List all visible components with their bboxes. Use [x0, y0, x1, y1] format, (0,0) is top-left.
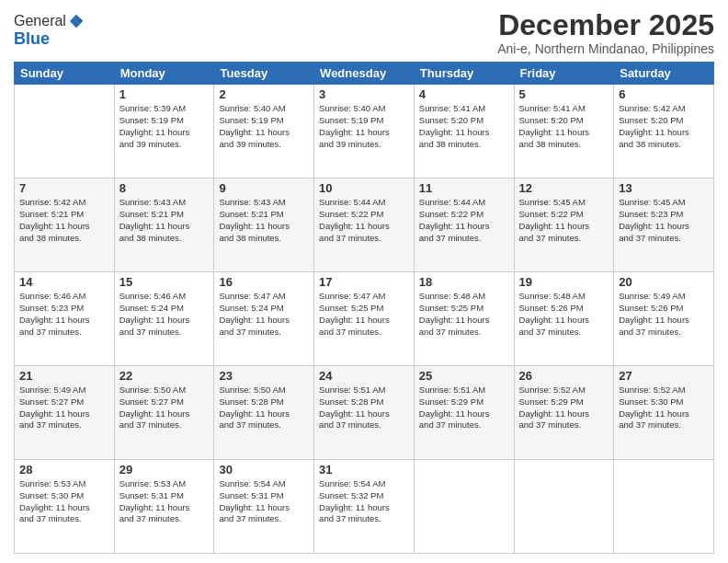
day-number: 12	[519, 181, 609, 195]
calendar-cell	[514, 460, 614, 554]
calendar-cell: 1Sunrise: 5:39 AMSunset: 5:19 PMDaylight…	[114, 85, 214, 178]
day-info: Sunrise: 5:45 AMSunset: 5:23 PMDaylight:…	[619, 197, 709, 244]
day-info: Sunrise: 5:42 AMSunset: 5:21 PMDaylight:…	[19, 197, 109, 244]
day-number: 8	[119, 181, 210, 195]
day-info: Sunrise: 5:45 AMSunset: 5:22 PMDaylight:…	[519, 197, 609, 244]
logo-text: General Blue	[14, 13, 85, 49]
day-info: Sunrise: 5:40 AMSunset: 5:19 PMDaylight:…	[219, 103, 309, 150]
logo-icon	[68, 13, 85, 29]
day-number: 22	[119, 369, 210, 383]
calendar-cell: 26Sunrise: 5:52 AMSunset: 5:29 PMDayligh…	[514, 366, 614, 460]
calendar-cell: 19Sunrise: 5:48 AMSunset: 5:26 PMDayligh…	[514, 272, 614, 366]
day-info: Sunrise: 5:49 AMSunset: 5:27 PMDaylight:…	[19, 385, 109, 431]
calendar-cell: 27Sunrise: 5:52 AMSunset: 5:30 PMDayligh…	[614, 366, 714, 460]
day-number: 17	[319, 275, 409, 289]
logo-blue: Blue	[14, 29, 85, 49]
day-number: 19	[519, 275, 609, 289]
calendar-week-3: 14Sunrise: 5:46 AMSunset: 5:23 PMDayligh…	[15, 272, 714, 366]
day-info: Sunrise: 5:50 AMSunset: 5:27 PMDaylight:…	[119, 385, 210, 431]
calendar-cell: 14Sunrise: 5:46 AMSunset: 5:23 PMDayligh…	[15, 272, 115, 366]
day-number: 5	[519, 87, 609, 101]
day-info: Sunrise: 5:54 AMSunset: 5:32 PMDaylight:…	[319, 478, 409, 525]
calendar-cell: 23Sunrise: 5:50 AMSunset: 5:28 PMDayligh…	[214, 366, 314, 460]
calendar-cell: 29Sunrise: 5:53 AMSunset: 5:31 PMDayligh…	[114, 460, 214, 554]
day-number: 6	[619, 87, 709, 101]
day-info: Sunrise: 5:47 AMSunset: 5:25 PMDaylight:…	[319, 291, 409, 338]
calendar-cell: 4Sunrise: 5:41 AMSunset: 5:20 PMDaylight…	[414, 85, 514, 178]
calendar-cell: 31Sunrise: 5:54 AMSunset: 5:32 PMDayligh…	[314, 460, 415, 554]
day-number: 1	[119, 87, 210, 101]
weekday-header-row: SundayMondayTuesdayWednesdayThursdayFrid…	[15, 63, 714, 85]
day-number: 28	[19, 463, 109, 477]
calendar-cell: 18Sunrise: 5:48 AMSunset: 5:25 PMDayligh…	[414, 272, 514, 366]
day-info: Sunrise: 5:46 AMSunset: 5:24 PMDaylight:…	[119, 291, 210, 338]
location-subtitle: Ani-e, Northern Mindanao, Philippines	[497, 41, 714, 56]
weekday-header-thursday: Thursday	[414, 63, 514, 85]
day-number: 13	[619, 181, 709, 195]
calendar-week-4: 21Sunrise: 5:49 AMSunset: 5:27 PMDayligh…	[15, 366, 714, 460]
day-info: Sunrise: 5:50 AMSunset: 5:28 PMDaylight:…	[219, 385, 309, 431]
day-number: 9	[219, 181, 309, 195]
day-number: 20	[619, 275, 709, 289]
day-info: Sunrise: 5:52 AMSunset: 5:29 PMDaylight:…	[519, 385, 609, 431]
calendar-cell: 22Sunrise: 5:50 AMSunset: 5:27 PMDayligh…	[114, 366, 214, 460]
calendar-cell: 6Sunrise: 5:42 AMSunset: 5:20 PMDaylight…	[614, 85, 714, 178]
calendar-cell: 25Sunrise: 5:51 AMSunset: 5:29 PMDayligh…	[414, 366, 514, 460]
day-info: Sunrise: 5:54 AMSunset: 5:31 PMDaylight:…	[219, 478, 309, 525]
weekday-header-friday: Friday	[514, 63, 614, 85]
day-number: 14	[19, 275, 109, 289]
day-number: 23	[219, 369, 309, 383]
calendar-cell: 24Sunrise: 5:51 AMSunset: 5:28 PMDayligh…	[314, 366, 415, 460]
day-info: Sunrise: 5:42 AMSunset: 5:20 PMDaylight:…	[619, 103, 709, 150]
day-info: Sunrise: 5:43 AMSunset: 5:21 PMDaylight:…	[119, 197, 210, 244]
calendar-cell: 12Sunrise: 5:45 AMSunset: 5:22 PMDayligh…	[514, 178, 614, 272]
day-number: 11	[419, 181, 509, 195]
day-number: 30	[219, 463, 309, 477]
day-info: Sunrise: 5:48 AMSunset: 5:25 PMDaylight:…	[419, 291, 509, 338]
day-number: 3	[319, 87, 409, 101]
day-info: Sunrise: 5:44 AMSunset: 5:22 PMDaylight:…	[419, 197, 509, 244]
day-number: 21	[19, 369, 109, 383]
day-info: Sunrise: 5:52 AMSunset: 5:30 PMDaylight:…	[619, 385, 709, 431]
calendar-cell: 30Sunrise: 5:54 AMSunset: 5:31 PMDayligh…	[214, 460, 314, 554]
day-number: 29	[119, 463, 210, 477]
title-section: December 2025 Ani-e, Northern Mindanao, …	[497, 9, 714, 56]
calendar-table: SundayMondayTuesdayWednesdayThursdayFrid…	[14, 62, 714, 554]
day-info: Sunrise: 5:39 AMSunset: 5:19 PMDaylight:…	[119, 103, 210, 150]
weekday-header-monday: Monday	[114, 63, 214, 85]
calendar-cell: 8Sunrise: 5:43 AMSunset: 5:21 PMDaylight…	[114, 178, 214, 272]
day-info: Sunrise: 5:51 AMSunset: 5:29 PMDaylight:…	[419, 385, 509, 431]
calendar-cell: 7Sunrise: 5:42 AMSunset: 5:21 PMDaylight…	[15, 178, 115, 272]
calendar-cell: 11Sunrise: 5:44 AMSunset: 5:22 PMDayligh…	[414, 178, 514, 272]
day-number: 18	[419, 275, 509, 289]
day-number: 25	[419, 369, 509, 383]
day-info: Sunrise: 5:53 AMSunset: 5:31 PMDaylight:…	[119, 478, 210, 525]
calendar-cell: 2Sunrise: 5:40 AMSunset: 5:19 PMDaylight…	[214, 85, 314, 178]
month-title: December 2025	[497, 9, 714, 41]
calendar-cell: 17Sunrise: 5:47 AMSunset: 5:25 PMDayligh…	[314, 272, 415, 366]
day-number: 15	[119, 275, 210, 289]
weekday-header-wednesday: Wednesday	[314, 63, 415, 85]
calendar-cell: 15Sunrise: 5:46 AMSunset: 5:24 PMDayligh…	[114, 272, 214, 366]
day-number: 2	[219, 87, 309, 101]
day-number: 26	[519, 369, 609, 383]
day-info: Sunrise: 5:47 AMSunset: 5:24 PMDaylight:…	[219, 291, 309, 338]
calendar-cell: 9Sunrise: 5:43 AMSunset: 5:21 PMDaylight…	[214, 178, 314, 272]
calendar-cell: 21Sunrise: 5:49 AMSunset: 5:27 PMDayligh…	[15, 366, 115, 460]
calendar-cell: 10Sunrise: 5:44 AMSunset: 5:22 PMDayligh…	[314, 178, 415, 272]
day-number: 27	[619, 369, 709, 383]
day-number: 10	[319, 181, 409, 195]
calendar-cell: 28Sunrise: 5:53 AMSunset: 5:30 PMDayligh…	[15, 460, 115, 554]
day-info: Sunrise: 5:41 AMSunset: 5:20 PMDaylight:…	[519, 103, 609, 150]
day-info: Sunrise: 5:53 AMSunset: 5:30 PMDaylight:…	[19, 478, 109, 525]
day-info: Sunrise: 5:41 AMSunset: 5:20 PMDaylight:…	[419, 103, 509, 150]
day-info: Sunrise: 5:51 AMSunset: 5:28 PMDaylight:…	[319, 385, 409, 431]
calendar-cell	[614, 460, 714, 554]
weekday-header-saturday: Saturday	[614, 63, 714, 85]
calendar-week-5: 28Sunrise: 5:53 AMSunset: 5:30 PMDayligh…	[15, 460, 714, 554]
day-number: 24	[319, 369, 409, 383]
day-number: 4	[419, 87, 509, 101]
day-info: Sunrise: 5:44 AMSunset: 5:22 PMDaylight:…	[319, 197, 409, 244]
logo-general: General	[14, 13, 66, 29]
weekday-header-tuesday: Tuesday	[214, 63, 314, 85]
